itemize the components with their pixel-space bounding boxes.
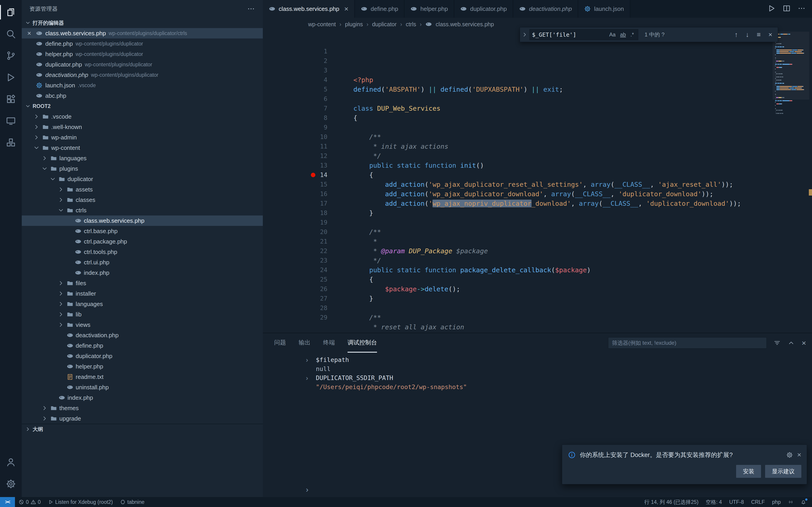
open-editor-item[interactable]: duplicator.php wp-content/plugins/duplic… bbox=[22, 59, 263, 70]
notifications-bell[interactable] bbox=[797, 497, 810, 507]
tree-item[interactable]: languages bbox=[22, 153, 263, 163]
line-number[interactable]: 3 bbox=[263, 66, 327, 75]
line-number[interactable]: 17 bbox=[263, 199, 327, 208]
panel-tab[interactable]: 问题 bbox=[274, 333, 286, 353]
tree-item[interactable]: index.php bbox=[22, 392, 263, 403]
line-number[interactable]: 29 bbox=[263, 313, 327, 322]
line-number[interactable]: 10 bbox=[263, 132, 327, 142]
line-number[interactable]: 11 bbox=[263, 142, 327, 151]
activity-settings[interactable] bbox=[0, 473, 22, 495]
tree-item[interactable]: files bbox=[22, 278, 263, 288]
run-or-debug-icon[interactable] bbox=[768, 4, 776, 13]
close-editor-icon[interactable]: × bbox=[26, 30, 33, 37]
root-folder-header[interactable]: ROOT2 bbox=[22, 101, 263, 111]
line-number[interactable]: 2 bbox=[263, 56, 327, 66]
editor-tab[interactable]: class.web.services.php × bbox=[263, 0, 355, 18]
open-editor-item[interactable]: abc.php bbox=[22, 91, 263, 101]
debug-console-output[interactable]: › $filepath null › DUPLICATOR_SSDIR_PATH… bbox=[263, 353, 812, 392]
tree-item[interactable]: assets bbox=[22, 184, 263, 194]
next-match-icon[interactable]: ↓ bbox=[746, 31, 749, 39]
tree-item[interactable]: themes bbox=[22, 403, 263, 413]
tree-item[interactable]: ctrls bbox=[22, 205, 263, 216]
match-case-toggle[interactable]: Aa bbox=[607, 31, 617, 38]
activity-explorer[interactable] bbox=[0, 1, 22, 23]
console-prompt-icon[interactable]: › bbox=[306, 485, 308, 494]
eol-status[interactable]: CRLF bbox=[748, 497, 768, 507]
debug-listen-status[interactable]: Listen for Xdebug (root2) bbox=[44, 497, 116, 507]
tree-item[interactable]: wp-content bbox=[22, 143, 263, 153]
activity-account[interactable] bbox=[0, 451, 22, 473]
line-number[interactable]: 1 bbox=[263, 47, 327, 56]
close-panel-icon[interactable]: × bbox=[802, 339, 806, 347]
line-number[interactable]: 6 bbox=[263, 94, 327, 104]
maximize-panel-icon[interactable] bbox=[788, 339, 795, 346]
breadcrumb-file[interactable]: class.web.services.php bbox=[436, 21, 494, 27]
tree-item[interactable]: .vscode bbox=[22, 111, 263, 122]
split-editor-icon[interactable] bbox=[782, 4, 791, 13]
breadcrumb-part[interactable]: ctrls bbox=[406, 21, 416, 27]
tree-item[interactable]: duplicator.php bbox=[22, 351, 263, 361]
panel-tab[interactable]: 调试控制台 bbox=[348, 333, 377, 353]
tree-item[interactable]: classes bbox=[22, 194, 263, 205]
activity-run-debug[interactable] bbox=[0, 66, 22, 88]
tree-item[interactable]: .well-known bbox=[22, 122, 263, 132]
open-editor-item[interactable]: launch.json .vscode bbox=[22, 80, 263, 91]
line-number[interactable]: 22 bbox=[263, 246, 327, 256]
line-number[interactable]: 28 bbox=[263, 303, 327, 313]
code-lines[interactable]: 1 <?php 2 defined('ABSPATH') || defined(… bbox=[263, 31, 812, 322]
line-number[interactable]: 14 bbox=[263, 170, 327, 180]
tree-item[interactable]: lib bbox=[22, 309, 263, 320]
tree-item[interactable]: ctrl.base.php bbox=[22, 226, 263, 236]
editor-tab[interactable]: helper.php bbox=[404, 0, 454, 18]
minimap[interactable] bbox=[774, 32, 808, 114]
activity-search[interactable] bbox=[0, 23, 22, 45]
cursor-position-status[interactable]: 行 14, 列 46 (已选择25) bbox=[641, 497, 702, 507]
encoding-status[interactable]: UTF-8 bbox=[725, 497, 748, 507]
find-input[interactable] bbox=[532, 32, 607, 38]
line-number[interactable]: 12 bbox=[263, 151, 327, 161]
tree-item[interactable]: index.php bbox=[22, 268, 263, 278]
regex-toggle[interactable]: .* bbox=[629, 31, 636, 38]
notification-settings-icon[interactable] bbox=[786, 452, 793, 458]
line-number[interactable]: 18 bbox=[263, 208, 327, 218]
minimap-slider[interactable] bbox=[773, 32, 809, 100]
line-number[interactable]: 15 bbox=[263, 180, 327, 189]
line-number[interactable]: 23 bbox=[263, 256, 327, 265]
open-editor-item[interactable]: deactivation.php wp-content/plugins/dupl… bbox=[22, 70, 263, 80]
editor-tab[interactable]: define.php bbox=[355, 0, 404, 18]
whole-word-toggle[interactable]: ab bbox=[618, 31, 628, 38]
open-editor-item[interactable]: define.php wp-content/plugins/duplicator bbox=[22, 39, 263, 49]
line-number[interactable]: 4 bbox=[263, 75, 327, 84]
tree-item[interactable]: ctrl.package.php bbox=[22, 236, 263, 247]
find-in-selection-icon[interactable]: ≡ bbox=[757, 31, 761, 39]
language-mode-status[interactable]: php bbox=[768, 497, 784, 507]
tree-item[interactable]: ctrl.tools.php bbox=[22, 247, 263, 257]
tree-item[interactable]: uninstall.php bbox=[22, 382, 263, 392]
more-actions-icon[interactable] bbox=[247, 5, 255, 13]
tree-item[interactable]: deactivation.php bbox=[22, 330, 263, 340]
editor-tab[interactable]: deactivation.php bbox=[513, 0, 578, 18]
line-number[interactable]: 27 bbox=[263, 294, 327, 303]
line-number[interactable]: 25 bbox=[263, 275, 327, 284]
tree-item[interactable]: languages bbox=[22, 299, 263, 309]
line-number[interactable]: 13 bbox=[263, 161, 327, 170]
editor-tab[interactable]: launch.json bbox=[578, 0, 630, 18]
line-number[interactable]: 7 bbox=[263, 104, 327, 113]
breakpoint-icon[interactable] bbox=[311, 173, 315, 177]
activity-packages[interactable] bbox=[0, 132, 22, 154]
indentation-status[interactable]: 空格: 4 bbox=[702, 497, 726, 507]
line-number[interactable]: 16 bbox=[263, 189, 327, 199]
tree-item[interactable]: views bbox=[22, 320, 263, 330]
tree-item[interactable]: readme.txt bbox=[22, 372, 263, 382]
tree-item[interactable]: helper.php bbox=[22, 361, 263, 372]
open-editors-header[interactable]: 打开的编辑器 bbox=[22, 18, 263, 28]
breadcrumb-part[interactable]: duplicator bbox=[372, 21, 397, 27]
open-editor-item[interactable]: helper.php wp-content/plugins/duplicator bbox=[22, 49, 263, 59]
open-editor-item[interactable]: × class.web.services.php wp-content/plug… bbox=[22, 28, 263, 39]
close-find-icon[interactable]: × bbox=[768, 31, 772, 39]
tree-item[interactable]: define.php bbox=[22, 340, 263, 351]
tree-item[interactable]: upgrade bbox=[22, 413, 263, 424]
code-editor[interactable]: 1 <?php 2 defined('ABSPATH') || defined(… bbox=[263, 31, 812, 333]
toggle-replace-icon[interactable] bbox=[520, 27, 529, 42]
line-number[interactable]: 5 bbox=[263, 84, 327, 94]
